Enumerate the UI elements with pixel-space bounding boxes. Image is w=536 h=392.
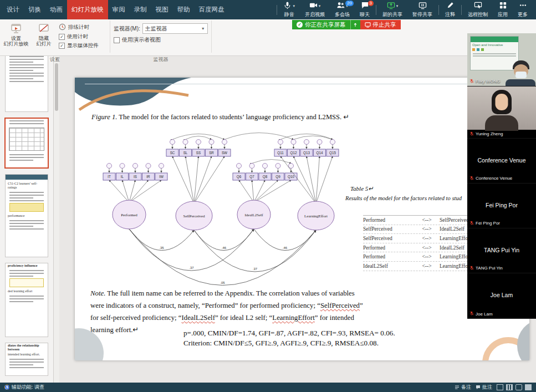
stop-share-button[interactable]: 停止共享: [360, 20, 401, 29]
remote-control-icon: [474, 1, 482, 11]
toolbar-item-10[interactable]: 更多: [513, 0, 533, 19]
setup-slideshow-icon: [10, 22, 22, 34]
share-banner: ✓ 你正在共享屏幕 停止共享: [292, 20, 401, 29]
table-cell-left: Performed: [363, 245, 414, 251]
toolbar-item-5[interactable]: ▾新的共享: [377, 0, 407, 19]
toolbar-item-4[interactable]: 聊天3: [355, 0, 375, 19]
participant-name-tag: Joe Lam: [469, 311, 493, 317]
tab-3[interactable]: 动画: [45, 0, 67, 19]
toolbar-divider: [461, 5, 462, 15]
tab-8[interactable]: 帮助: [173, 0, 195, 19]
tab-4[interactable]: 幻灯片放映: [67, 0, 108, 19]
slide-thumbnail-2[interactable]: [4, 118, 49, 169]
participant-tile-3[interactable]: Conference VenueConference Venue: [467, 139, 536, 184]
svg-text:.05: .05: [220, 281, 225, 284]
figure-caption-text: The model for the factors related to stu…: [117, 113, 349, 121]
tab-2[interactable]: 切换: [24, 0, 45, 19]
hide-slide-button[interactable]: 隐藏 幻灯片: [31, 21, 57, 57]
notes-button[interactable]: 备注: [455, 384, 471, 391]
participant-tile-5[interactable]: TANG Pui YinTANG Pui Yin: [467, 228, 536, 273]
sharing-status: ✓ 你正在共享屏幕: [292, 20, 350, 29]
toolbar-item-6[interactable]: 暂停共享: [407, 0, 437, 19]
accessibility-status[interactable]: ♿ 辅助功能: 调查: [4, 384, 44, 391]
table-cell-relation: <-->: [414, 245, 440, 251]
ribbon-separator: [211, 21, 212, 53]
monitor-select-value: 主监视器: [145, 25, 167, 33]
microphone-icon: [283, 1, 292, 11]
participant-name: Yuning Zheng: [476, 131, 503, 136]
more-ellipsis-icon: [519, 1, 527, 11]
slide-thumbnail-4[interactable]: proficiency influenceded learning effort: [5, 263, 48, 337]
slide-sorter-view-icon[interactable]: [506, 384, 513, 390]
reading-view-icon[interactable]: [515, 384, 522, 390]
accessibility-text: 辅助功能: 调查: [12, 384, 44, 391]
setup-slideshow-button[interactable]: 设置 幻灯片放映: [3, 21, 29, 57]
share-audio-button[interactable]: [350, 20, 360, 29]
slide-thumbnail-1[interactable]: gy: [5, 55, 48, 112]
comments-label: 批注: [482, 384, 492, 391]
participant-tile-2[interactable]: Yuning Zheng: [467, 86, 536, 139]
comments-button[interactable]: 批注: [476, 384, 492, 391]
title-bar: 设计切换动画幻灯片放映审阅录制视图帮助百度网盘 ▾静音▾开启视频▾多会场20聊天…: [0, 0, 536, 19]
note-line: for self-perceived proficiency; “IdealL2…: [90, 312, 415, 324]
ribbon-checkbox-2[interactable]: ✓显示媒体控件: [59, 42, 99, 49]
apps-grid-icon: [499, 1, 507, 11]
chevron-down-icon[interactable]: ▾: [396, 4, 399, 8]
rehearse-timings-button[interactable]: 排练计时: [59, 23, 99, 32]
participant-display-name: Conference Venue: [467, 157, 536, 164]
comments-icon: [476, 385, 481, 390]
toolbar-divider: [376, 5, 376, 15]
setup-slideshow-label-1: 设置: [11, 35, 21, 41]
fit-statistics-line2: Criterion: CMIN/DF≤5, GFI≥.9, AGFI≥.9, C…: [183, 338, 395, 348]
notes-icon: [455, 385, 460, 390]
accessibility-icon: ♿: [4, 385, 9, 390]
presenter-view-checkbox[interactable]: 使用演示者视图: [114, 36, 208, 44]
svg-text:.35: .35: [159, 246, 164, 250]
table-cell-left: Performed: [363, 217, 414, 223]
presenter-view-label: 使用演示者视图: [122, 36, 161, 44]
participant-name: Joe Lam: [476, 312, 493, 317]
thumbnail-scrollbar[interactable]: ▲: [54, 55, 59, 383]
slide-decoration-blob-right: [517, 320, 529, 360]
chevron-down-icon[interactable]: ▾: [319, 4, 321, 8]
stop-share-label: 停止共享: [373, 21, 396, 29]
toolbar-item-8[interactable]: 远程控制: [463, 0, 493, 19]
participant-tile-4[interactable]: Fei Ping PorFei Ping Por: [467, 184, 536, 228]
participant-tile-6[interactable]: Joe LamJoe Lam: [467, 273, 536, 319]
group-label-monitor: 监视器: [110, 56, 211, 63]
toolbar-item-9[interactable]: 应用: [493, 0, 513, 19]
tab-9[interactable]: 百度网盘: [195, 0, 229, 19]
view-switcher: [497, 384, 532, 390]
toolbar-item-7[interactable]: 注释: [440, 0, 460, 19]
slideshow-view-icon[interactable]: [525, 384, 532, 390]
ribbon-checkbox-1[interactable]: ✓使用计时: [59, 33, 99, 40]
scrollbar-thumb[interactable]: [55, 63, 58, 111]
toolbar-item-label: 静音: [284, 11, 294, 18]
participant-display-name: TANG Pui Yin: [467, 247, 536, 253]
svg-text:.37: .37: [253, 267, 258, 271]
slide-thumbnail-3[interactable]: C51-C2 learners’ self-ratingsperformance: [5, 174, 48, 257]
participant-name-tag: Fei Ping Por: [469, 221, 500, 226]
participant-video: Open and Innovative: [467, 33, 536, 86]
toolbar-item-1[interactable]: ▾静音: [278, 0, 300, 19]
chevron-down-icon[interactable]: ▾: [293, 4, 295, 8]
tab-7[interactable]: 视图: [151, 0, 173, 19]
tab-5[interactable]: 审阅: [108, 0, 130, 19]
toolbar-divider: [438, 5, 439, 15]
tab-6[interactable]: 录制: [130, 0, 151, 19]
slide-thumbnail-5[interactable]: diates the relationship betweenintended …: [5, 343, 48, 376]
svg-text:SS: SS: [196, 151, 201, 155]
normal-view-icon[interactable]: [497, 384, 503, 390]
svg-text:SL: SL: [183, 151, 188, 155]
monitor-select[interactable]: 主监视器 ▼: [142, 23, 208, 34]
toolbar-item-2[interactable]: ▾开启视频: [300, 0, 330, 19]
participant-tile-1[interactable]: Open and InnovativeFilky WONG: [467, 33, 536, 86]
group-label-setup: 设置: [0, 56, 110, 63]
svg-text:SC: SC: [170, 151, 175, 155]
checkbox-icon: ✓: [59, 43, 65, 49]
text-box-border: [85, 84, 519, 84]
toolbar-item-3[interactable]: ▾多会场20: [330, 0, 355, 19]
camera-icon: [309, 1, 318, 11]
tab-1[interactable]: 设计: [2, 0, 24, 19]
participant-name: TANG Pui Yin: [476, 266, 503, 271]
